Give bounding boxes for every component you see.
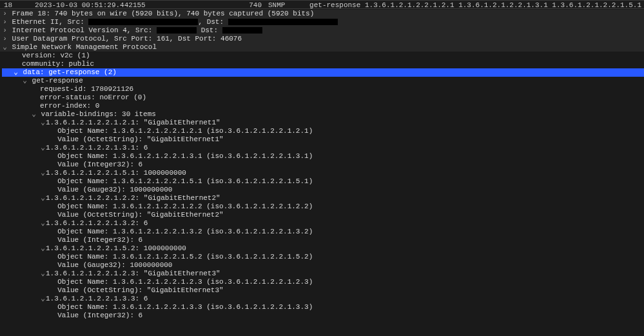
varbind-value-row[interactable]: Value (Integer32): 6 xyxy=(2,236,644,244)
ethernet-src-label: Ethernet II, Src: xyxy=(12,18,89,26)
snmp-version-text: version: v2c (1) xyxy=(22,52,90,59)
varbind-row[interactable]: 1.3.6.1.2.1.2.2.1.2.2: "GigabitEthernet2… xyxy=(2,194,644,203)
error-status-row[interactable]: error-status: noError (0) xyxy=(2,94,644,102)
varbind-object-name-text: Object Name: 1.3.6.1.2.1.2.2.1.2.2 (iso.… xyxy=(57,203,313,210)
col-no: 18 xyxy=(3,1,35,7)
varbind-object-name-text: Object Name: 1.3.6.1.2.1.2.2.1.5.2 (iso.… xyxy=(57,253,313,261)
col-time: 2023-10-03 00:51:29.442155 xyxy=(35,1,146,7)
varbind-head-text: 1.3.6.1.2.1.2.2.1.3.1: 6 xyxy=(46,144,148,152)
error-index-text: error-index: 0 xyxy=(40,102,99,110)
varbind-object-name-row[interactable]: Object Name: 1.3.6.1.2.1.2.2.1.2.1 (iso.… xyxy=(2,127,644,135)
expand-caret-icon[interactable] xyxy=(2,26,8,35)
varbind-object-name-text: Object Name: 1.3.6.1.2.1.2.2.1.3.3 (iso.… xyxy=(57,303,313,311)
collapse-caret-icon[interactable] xyxy=(40,244,46,253)
snmp-subtree: version: v2c (1) community: public data:… xyxy=(0,52,644,320)
collapse-caret-icon[interactable] xyxy=(40,169,46,177)
collapse-caret-icon[interactable] xyxy=(40,144,46,152)
varbind-row[interactable]: 1.3.6.1.2.1.2.2.1.3.1: 6 xyxy=(2,144,644,152)
varbind-value-text: Value (OctetString): "GigabitEthernet1" xyxy=(57,135,223,143)
varbind-object-name-row[interactable]: Object Name: 1.3.6.1.2.1.2.2.1.5.2 (iso.… xyxy=(2,253,644,261)
ip-summary-row[interactable]: Internet Protocol Version 4, Src: Dst: xyxy=(0,26,644,35)
col-info: get-response 1.3.6.1.2.1.2.2.1.2.1 1.3.6… xyxy=(309,1,641,7)
ip-dst-label: Dst: xyxy=(201,26,222,34)
varbind-head-text: 1.3.6.1.2.1.2.2.1.3.3: 6 xyxy=(46,295,148,302)
frame-summary-row[interactable]: Frame 18: 740 bytes on wire (5920 bits),… xyxy=(0,10,644,18)
snmp-data-text: data: get-response (2) xyxy=(23,68,117,76)
varbind-object-name-text: Object Name: 1.3.6.1.2.1.2.2.1.3.1 (iso.… xyxy=(57,152,313,160)
variable-bindings-row[interactable]: variable-bindings: 30 items xyxy=(2,110,644,119)
varbind-object-name-row[interactable]: Object Name: 1.3.6.1.2.1.2.2.1.5.1 (iso.… xyxy=(2,177,644,186)
collapse-caret-icon[interactable] xyxy=(2,43,8,52)
expand-caret-icon[interactable] xyxy=(2,10,8,18)
varbind-object-name-row[interactable]: Object Name: 1.3.6.1.2.1.2.2.1.3.2 (iso.… xyxy=(2,228,644,236)
varbind-object-name-row[interactable]: Object Name: 1.3.6.1.2.1.2.2.1.3.1 (iso.… xyxy=(2,152,644,161)
expand-caret-icon[interactable] xyxy=(2,18,8,26)
varbind-row[interactable]: 1.3.6.1.2.1.2.2.1.5.1: 1000000000 xyxy=(2,169,644,177)
col-proto: SNMP xyxy=(268,1,309,7)
varbind-object-name-row[interactable]: Object Name: 1.3.6.1.2.1.2.2.1.2.2 (iso.… xyxy=(2,203,644,211)
packet-list-row[interactable]: 18 2023-10-03 00:51:29.442155 740 SNMP g… xyxy=(0,0,644,9)
summary-group: Frame 18: 740 bytes on wire (5920 bits),… xyxy=(0,10,644,52)
snmp-summary-text: Simple Network Management Protocol xyxy=(12,43,157,51)
snmp-summary-row[interactable]: Simple Network Management Protocol xyxy=(0,43,644,52)
varbind-head-text: 1.3.6.1.2.1.2.2.1.3.2: 6 xyxy=(46,219,148,227)
varbind-value-row[interactable]: Value (Integer32): 6 xyxy=(2,311,644,320)
varbind-object-name-text: Object Name: 1.3.6.1.2.1.2.2.1.5.1 (iso.… xyxy=(57,177,313,185)
varbind-object-name-text: Object Name: 1.3.6.1.2.1.2.2.1.2.1 (iso.… xyxy=(57,127,313,135)
redacted-src-mac xyxy=(88,19,198,25)
varbind-row[interactable]: 1.3.6.1.2.1.2.2.1.3.3: 6 xyxy=(2,295,644,303)
ethernet-summary-row[interactable]: Ethernet II, Src: , Dst: xyxy=(0,18,644,26)
collapse-caret-icon[interactable] xyxy=(40,295,46,303)
udp-summary-row[interactable]: User Datagram Protocol, Src Port: 161, D… xyxy=(0,35,644,43)
varbind-object-name-row[interactable]: Object Name: 1.3.6.1.2.1.2.2.1.2.3 (iso.… xyxy=(2,278,644,286)
col-len: 740 xyxy=(241,1,268,7)
ip-src-label: Internet Protocol Version 4, Src: xyxy=(12,26,157,34)
varbind-value-text: Value (Gauge32): 1000000000 xyxy=(57,186,172,193)
varbind-value-text: Value (Gauge32): 1000000000 xyxy=(57,261,172,269)
collapse-caret-icon[interactable] xyxy=(13,68,19,77)
collapse-caret-icon[interactable] xyxy=(40,219,46,228)
varbind-row[interactable]: 1.3.6.1.2.1.2.2.1.5.2: 1000000000 xyxy=(2,244,644,253)
redacted-dst-mac xyxy=(228,19,338,25)
collapse-caret-icon[interactable] xyxy=(31,110,37,119)
collapse-caret-icon[interactable] xyxy=(22,77,28,85)
snmp-community-text: community: public xyxy=(22,60,94,68)
varbind-row[interactable]: 1.3.6.1.2.1.2.2.1.3.2: 6 xyxy=(2,219,644,228)
collapse-caret-icon[interactable] xyxy=(40,194,46,203)
varbind-head-text: 1.3.6.1.2.1.2.2.1.2.3: "GigabitEthernet3… xyxy=(46,270,220,277)
varbind-value-row[interactable]: Value (Gauge32): 1000000000 xyxy=(2,186,644,194)
get-response-label: get-response xyxy=(32,77,83,84)
expand-caret-icon[interactable] xyxy=(2,35,8,43)
collapse-caret-icon[interactable] xyxy=(40,270,46,278)
varbind-head-text: 1.3.6.1.2.1.2.2.1.5.1: 1000000000 xyxy=(46,169,186,177)
varbind-object-name-text: Object Name: 1.3.6.1.2.1.2.2.1.3.2 (iso.… xyxy=(57,228,313,235)
udp-summary-text: User Datagram Protocol, Src Port: 161, D… xyxy=(12,35,242,43)
varbind-head-text: 1.3.6.1.2.1.2.2.1.2.1: "GigabitEthernet1… xyxy=(46,119,220,126)
varbind-head-text: 1.3.6.1.2.1.2.2.1.2.2: "GigabitEthernet2… xyxy=(46,194,220,202)
frame-summary-text: Frame 18: 740 bytes on wire (5920 bits),… xyxy=(12,10,315,17)
get-response-row[interactable]: get-response xyxy=(2,77,644,85)
variable-bindings-list: 1.3.6.1.2.1.2.2.1.2.1: "GigabitEthernet1… xyxy=(2,119,644,320)
request-id-text: request-id: 1780921126 xyxy=(40,85,133,93)
varbind-row[interactable]: 1.3.6.1.2.1.2.2.1.2.3: "GigabitEthernet3… xyxy=(2,270,644,278)
varbind-value-text: Value (Integer32): 6 xyxy=(57,236,142,244)
varbind-row[interactable]: 1.3.6.1.2.1.2.2.1.2.1: "GigabitEthernet1… xyxy=(2,119,644,127)
error-index-row[interactable]: error-index: 0 xyxy=(2,102,644,110)
varbind-value-row[interactable]: Value (Integer32): 6 xyxy=(2,161,644,169)
varbind-value-row[interactable]: Value (Gauge32): 1000000000 xyxy=(2,261,644,270)
error-status-text: error-status: noError (0) xyxy=(40,94,146,101)
redacted-dst-ip xyxy=(222,27,262,34)
varbind-value-row[interactable]: Value (OctetString): "GigabitEthernet2" xyxy=(2,211,644,219)
varbind-object-name-row[interactable]: Object Name: 1.3.6.1.2.1.2.2.1.3.3 (iso.… xyxy=(2,303,644,311)
snmp-data-row[interactable]: data: get-response (2) xyxy=(2,68,644,77)
col-dst xyxy=(202,1,241,7)
varbind-object-name-text: Object Name: 1.3.6.1.2.1.2.2.1.2.3 (iso.… xyxy=(57,278,313,286)
varbind-value-row[interactable]: Value (OctetString): "GigabitEthernet1" xyxy=(2,135,644,144)
request-id-row[interactable]: request-id: 1780921126 xyxy=(2,85,644,94)
varbind-value-row[interactable]: Value (OctetString): "GigabitEthernet3" xyxy=(2,286,644,295)
packet-details-pane[interactable]: Frame 18: 740 bytes on wire (5920 bits),… xyxy=(0,9,644,336)
snmp-version-row[interactable]: version: v2c (1) xyxy=(2,52,644,60)
varbind-value-text: Value (OctetString): "GigabitEthernet2" xyxy=(57,211,223,219)
snmp-community-row[interactable]: community: public xyxy=(2,60,644,68)
collapse-caret-icon[interactable] xyxy=(40,119,46,127)
